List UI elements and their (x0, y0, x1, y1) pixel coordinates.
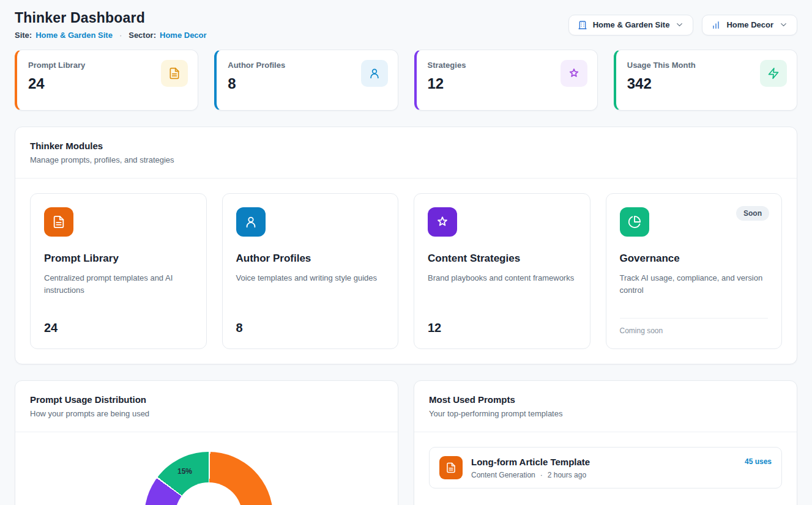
prompt-list-item[interactable]: Long-form Article Template Content Gener… (429, 447, 782, 488)
usage-panel-header: Prompt Usage Distribution How your promp… (15, 381, 398, 432)
coming-soon-text: Coming soon (620, 326, 769, 335)
chevron-down-icon (779, 20, 788, 29)
chevron-down-icon (675, 20, 684, 29)
stat-card-strategies: Strategies 12 (414, 50, 598, 111)
title-block: Thinker Dashboard Site: Home & Garden Si… (15, 10, 207, 40)
donut-segment-label: 15% (177, 467, 192, 476)
document-icon (439, 456, 463, 479)
star-icon (561, 60, 587, 87)
stat-card-prompt-library: Prompt Library 24 (15, 50, 198, 111)
module-title: Author Profiles (236, 253, 385, 265)
module-card-governance[interactable]: Soon Governance Track AI usage, complian… (606, 193, 783, 349)
module-card-content-strategies[interactable]: Content Strategies Brand playbooks and c… (414, 193, 590, 349)
building-icon (578, 20, 587, 30)
bar-chart-icon (711, 20, 721, 30)
stat-card-usage: Usage This Month 342 (614, 50, 797, 111)
site-selector-dropdown[interactable]: Home & Garden Site (568, 15, 694, 35)
modules-subtitle: Manage prompts, profiles, and strategies (30, 155, 782, 164)
document-icon (44, 207, 73, 237)
sector-selector-dropdown[interactable]: Home Decor (702, 15, 797, 35)
module-description: Brand playbooks and content frameworks (428, 272, 576, 284)
prompt-meta: Content Generation · 2 hours ago (471, 471, 590, 479)
module-description: Voice templates and writing style guides (236, 272, 385, 284)
usage-subtitle: How your prompts are being used (30, 409, 383, 418)
topbar: Thinker Dashboard Site: Home & Garden Si… (15, 10, 797, 40)
most-used-prompts-panel: Most Used Prompts Your top-performing pr… (414, 380, 797, 505)
soon-badge: Soon (736, 206, 769, 221)
prompts-subtitle: Your top-performing prompt templates (429, 409, 782, 418)
star-icon (428, 207, 457, 237)
separator-dot: · (540, 471, 543, 479)
lightning-icon (760, 60, 787, 87)
modules-grid: Prompt Library Centralized prompt templa… (15, 179, 797, 364)
module-count: 24 (44, 321, 193, 335)
site-selector-label: Home & Garden Site (593, 20, 670, 29)
usage-title: Prompt Usage Distribution (30, 394, 383, 405)
prompt-category: Content Generation (471, 471, 535, 479)
pie-chart-icon (620, 207, 649, 237)
prompt-text-block: Long-form Article Template Content Gener… (471, 457, 590, 479)
separator-dot: · (119, 31, 122, 40)
module-count: 8 (236, 321, 385, 335)
site-label: Site: (15, 31, 32, 40)
usage-donut: 15% (144, 452, 273, 505)
stat-card-author-profiles: Author Profiles 8 (214, 50, 398, 111)
module-description: Track AI usage, compliance, and version … (620, 272, 769, 297)
user-icon (361, 60, 388, 87)
modules-panel-header: Thinker Modules Manage prompts, profiles… (15, 127, 797, 178)
bottom-row: Prompt Usage Distribution How your promp… (15, 380, 797, 505)
breadcrumb: Site: Home & Garden Site · Sector: Home … (15, 31, 207, 40)
user-icon (236, 207, 266, 237)
usage-distribution-panel: Prompt Usage Distribution How your promp… (15, 380, 398, 505)
prompt-uses-badge: 45 uses (745, 456, 772, 466)
module-footer: Coming soon (620, 318, 769, 335)
site-link[interactable]: Home & Garden Site (35, 31, 113, 40)
page-title: Thinker Dashboard (15, 10, 207, 26)
module-title: Content Strategies (428, 253, 576, 265)
prompt-list: Long-form Article Template Content Gener… (414, 432, 797, 503)
donut-chart-area: 15% (15, 432, 398, 505)
module-card-author-profiles[interactable]: Author Profiles Voice templates and writ… (222, 193, 399, 349)
header-controls: Home & Garden Site Home Decor (568, 15, 797, 35)
module-count: 12 (428, 321, 576, 335)
prompt-title: Long-form Article Template (471, 457, 590, 467)
sector-label: Sector: (129, 31, 156, 40)
prompt-time: 2 hours ago (548, 471, 586, 479)
module-card-prompt-library[interactable]: Prompt Library Centralized prompt templa… (30, 193, 207, 349)
stats-row: Prompt Library 24 Author Profiles 8 Stra… (15, 50, 797, 111)
module-description: Centralized prompt templates and AI inst… (44, 272, 193, 297)
thinker-modules-panel: Thinker Modules Manage prompts, profiles… (15, 127, 797, 364)
prompts-panel-header: Most Used Prompts Your top-performing pr… (414, 381, 797, 432)
modules-title: Thinker Modules (30, 141, 782, 151)
module-title: Prompt Library (44, 253, 193, 265)
module-title: Governance (620, 253, 769, 265)
prompts-title: Most Used Prompts (429, 394, 782, 405)
sector-selector-label: Home Decor (726, 20, 773, 29)
document-icon (161, 60, 188, 87)
dashboard-page: Thinker Dashboard Site: Home & Garden Si… (0, 0, 812, 505)
sector-link[interactable]: Home Decor (160, 31, 207, 40)
divider (620, 318, 769, 319)
